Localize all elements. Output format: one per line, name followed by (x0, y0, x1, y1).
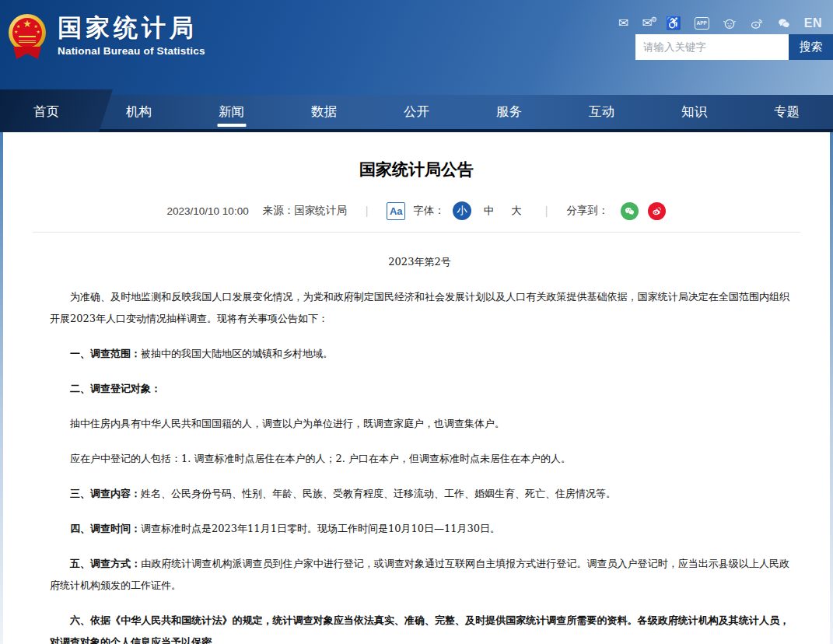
national-emblem-icon: ★ ★ ★ ★ ★ (8, 12, 47, 64)
share-weibo-icon[interactable] (648, 202, 666, 220)
nav-item-news[interactable]: 新闻 (185, 95, 278, 129)
doc-number: 2023年第2号 (50, 255, 789, 269)
wechat-icon[interactable] (777, 16, 791, 30)
article-paragraph: 四、调查时间：调查标准时点是2023年11月1日零时。现场工作时间是10月10日… (50, 518, 789, 540)
article-paragraph: 应在户中登记的人包括：1. 调查标准时点居住在本户的人；2. 户口在本户，但调查… (50, 448, 789, 470)
search-input[interactable] (635, 34, 789, 60)
nav-item-home[interactable]: 首页 (0, 95, 93, 129)
article-paragraph: 五、调查方式：由政府统计调查机构派调查员到住户家中进行登记，或调查对象通过互联网… (50, 553, 789, 597)
font-size-medium-button[interactable]: 中 (479, 204, 499, 218)
article-meta-bar: 2023/10/10 10:00 来源：国家统计局 | Aa 字体： 小 中 大… (3, 201, 830, 220)
topbar-quick-links: ✉ ✉⚙ ♿ APP (618, 16, 822, 31)
article-paragraph: 六、依据《中华人民共和国统计法》的规定，统计调查对象应当依法真实、准确、完整、及… (50, 610, 789, 644)
meta-divider: | (355, 205, 380, 217)
accessibility-icon[interactable]: ♿ (666, 16, 681, 31)
font-sample-box[interactable]: Aa (387, 202, 405, 220)
nav-item-data[interactable]: 数据 (278, 95, 370, 129)
language-toggle[interactable]: EN (804, 16, 822, 31)
share-label: 分享到： (566, 204, 608, 218)
page-edge-right (830, 132, 833, 644)
meta-divider: | (534, 205, 559, 217)
article-title: 国家统计局公告 (3, 159, 830, 180)
site-title-en: National Bureau of Statistics (58, 45, 205, 57)
publish-datetime: 2023/10/10 10:00 (167, 205, 249, 217)
site-header: ★ ★ ★ ★ ★ 国家统计局 National Bureau of Stati… (0, 0, 833, 95)
article-paragraph: 抽中住房内具有中华人民共和国国籍的人，调查以户为单位进行，既调查家庭户，也调查集… (50, 413, 789, 435)
robot-icon[interactable] (723, 16, 737, 30)
article-source: 来源：国家统计局 (263, 204, 347, 218)
font-widget-label: 字体： (413, 204, 445, 218)
font-size-small-button[interactable]: 小 (453, 201, 471, 220)
nav-item-open[interactable]: 公开 (370, 95, 463, 129)
site-search: 搜索 (635, 34, 833, 60)
site-logo[interactable]: ★ ★ ★ ★ ★ 国家统计局 National Bureau of Stati… (8, 12, 205, 64)
mail-subscribe-icon[interactable]: ✉⚙ (642, 16, 652, 31)
main-nav: 首页 机构 新闻 数据 公开 服务 互动 知识 专题 (0, 95, 833, 132)
font-size-large-button[interactable]: 大 (506, 204, 527, 218)
nav-item-org[interactable]: 机构 (93, 95, 185, 129)
search-button[interactable]: 搜索 (789, 34, 833, 60)
nav-item-knowledge[interactable]: 知识 (648, 95, 740, 129)
share-wechat-icon[interactable] (621, 202, 639, 220)
weibo-icon[interactable] (750, 16, 764, 30)
page: ★ ★ ★ ★ ★ 国家统计局 National Bureau of Stati… (0, 0, 833, 644)
article-paragraph: 二、调查登记对象： (50, 378, 789, 400)
nav-item-interact[interactable]: 互动 (555, 95, 648, 129)
article-container: 国家统计局公告 2023/10/10 10:00 来源：国家统计局 | Aa 字… (3, 132, 830, 644)
site-title-zh: 国家统计局 (58, 12, 205, 44)
meta-underline (33, 232, 800, 233)
nav-item-service[interactable]: 服务 (463, 95, 555, 129)
article-paragraph: 一、调查范围：被抽中的我国大陆地区的城镇和乡村地域。 (50, 343, 789, 365)
article-body: 2023年第2号 为准确、及时地监测和反映我国人口发展变化情况，为党和政府制定国… (3, 255, 830, 644)
article-paragraph: 为准确、及时地监测和反映我国人口发展变化情况，为党和政府制定国民经济和社会发展计… (50, 286, 789, 330)
nav-item-special[interactable]: 专题 (740, 95, 833, 129)
app-icon[interactable]: APP (695, 17, 709, 30)
mail-icon[interactable]: ✉ (618, 16, 628, 31)
article-paragraph: 三、调查内容：姓名、公民身份号码、性别、年龄、民族、受教育程度、迁移流动、工作、… (50, 483, 789, 505)
